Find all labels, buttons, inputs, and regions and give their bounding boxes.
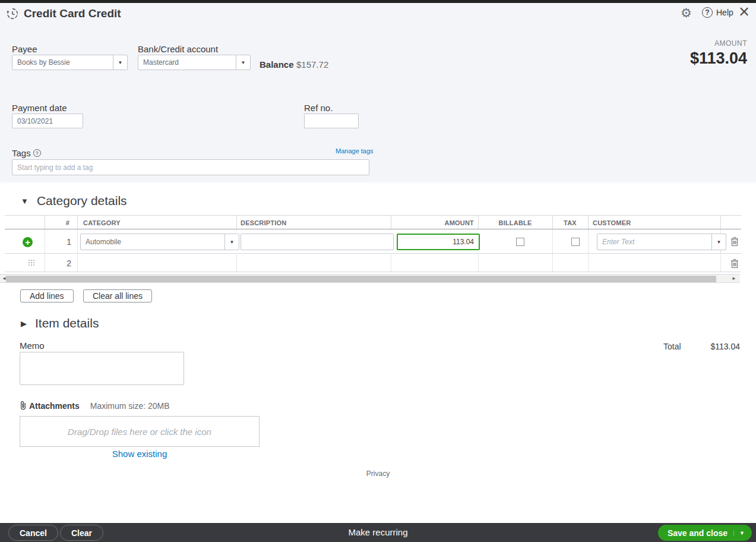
balance-row: Balance $157.72 bbox=[260, 59, 328, 70]
payee-label: Payee bbox=[12, 44, 37, 54]
category-details-toggle[interactable]: ▼ Category details bbox=[21, 194, 127, 208]
customer-combo: ▼ bbox=[597, 234, 726, 250]
delete-row-icon[interactable] bbox=[730, 237, 739, 247]
category-combo: ▼ bbox=[80, 234, 239, 250]
save-and-close-button[interactable]: Save and close ▼ bbox=[658, 525, 752, 541]
help-button[interactable]: ? Help bbox=[702, 7, 733, 18]
attachments-header: Attachments Maximum size: 20MB bbox=[20, 401, 170, 411]
attachments-dropzone[interactable]: Drag/Drop files here or click the icon bbox=[20, 416, 260, 447]
delete-row-icon[interactable] bbox=[730, 259, 739, 269]
show-existing-link[interactable]: Show existing bbox=[20, 449, 260, 459]
tags-input[interactable] bbox=[12, 159, 369, 175]
billable-checkbox[interactable] bbox=[516, 238, 524, 246]
bank-account-combo: ▼ bbox=[138, 55, 251, 70]
footer-bar: Cancel Clear Make recurring Save and clo… bbox=[0, 523, 756, 542]
close-icon[interactable]: × bbox=[739, 1, 749, 23]
drag-handle-icon[interactable] bbox=[29, 260, 36, 267]
paperclip-icon bbox=[20, 401, 27, 411]
category-details-title: Category details bbox=[37, 194, 127, 208]
table-header: # CATEGORY DESCRIPTION AMOUNT BILLABLE T… bbox=[5, 215, 741, 229]
amount-cell bbox=[397, 234, 480, 250]
table-row: + 1 ▼ ▼ bbox=[5, 230, 741, 254]
ref-no-label: Ref no. bbox=[304, 103, 333, 113]
privacy-link[interactable]: Privacy bbox=[0, 469, 756, 478]
row-number: 2 bbox=[45, 259, 71, 268]
total-value: $113.04 bbox=[669, 342, 740, 351]
tax-checkbox[interactable] bbox=[571, 238, 580, 246]
row-number: 1 bbox=[45, 237, 71, 247]
make-recurring-button[interactable]: Make recurring bbox=[0, 527, 756, 537]
tags-label: Tags bbox=[12, 148, 31, 158]
help-label: Help bbox=[716, 8, 733, 17]
clear-all-lines-button[interactable]: Clear all lines bbox=[83, 289, 152, 302]
col-header-num: # bbox=[45, 216, 74, 230]
col-header-description: DESCRIPTION bbox=[241, 216, 389, 230]
ref-no-input[interactable] bbox=[304, 114, 359, 128]
customer-input[interactable] bbox=[597, 234, 711, 250]
manage-tags-link[interactable]: Manage tags bbox=[336, 147, 374, 155]
add-lines-button[interactable]: Add lines bbox=[20, 289, 74, 302]
form-top-panel bbox=[0, 3, 756, 182]
payment-date-input[interactable] bbox=[12, 114, 83, 128]
category-input[interactable] bbox=[81, 234, 224, 250]
history-clock-icon bbox=[6, 7, 19, 20]
table-row: 2 bbox=[5, 254, 741, 272]
item-details-toggle[interactable]: ▶ Item details bbox=[21, 316, 99, 330]
page-title: Credit Card Credit bbox=[24, 7, 121, 20]
attachments-label: Attachments bbox=[29, 401, 80, 411]
gear-icon[interactable]: ⚙ bbox=[681, 6, 692, 20]
bank-account-label: Bank/Credit account bbox=[138, 44, 218, 54]
bank-account-input[interactable] bbox=[138, 55, 236, 70]
tags-label-row: Tags ? bbox=[12, 148, 41, 158]
scrollbar-thumb[interactable] bbox=[6, 276, 716, 282]
balance-label: Balance bbox=[260, 59, 294, 70]
help-question-icon: ? bbox=[702, 7, 713, 18]
save-options-dropdown-icon[interactable]: ▼ bbox=[733, 530, 745, 536]
category-dropdown-icon[interactable]: ▼ bbox=[224, 234, 239, 250]
save-and-close-label: Save and close bbox=[668, 528, 727, 538]
amount-value: $113.04 bbox=[593, 49, 747, 68]
customer-dropdown-icon[interactable]: ▼ bbox=[711, 234, 726, 250]
balance-value: $157.72 bbox=[296, 59, 328, 70]
scroll-right-icon[interactable]: ► bbox=[732, 276, 736, 281]
table-horizontal-scrollbar[interactable]: ◄ ► bbox=[0, 274, 740, 283]
item-details-title: Item details bbox=[35, 316, 99, 330]
bank-account-dropdown-icon[interactable]: ▼ bbox=[236, 55, 250, 70]
memo-textarea[interactable] bbox=[20, 352, 184, 385]
description-input[interactable] bbox=[241, 234, 394, 250]
payee-combo: ▼ bbox=[12, 55, 128, 70]
collapse-closed-icon: ▶ bbox=[21, 319, 27, 328]
col-header-category: CATEGORY bbox=[83, 216, 232, 230]
col-header-tax: TAX bbox=[552, 216, 588, 230]
payee-input[interactable] bbox=[12, 55, 113, 70]
tags-help-icon[interactable]: ? bbox=[33, 149, 41, 157]
payee-dropdown-icon[interactable]: ▼ bbox=[113, 55, 127, 70]
attachments-max-size: Maximum size: 20MB bbox=[90, 401, 170, 411]
amount-input[interactable] bbox=[397, 234, 480, 250]
memo-label: Memo bbox=[20, 341, 45, 351]
collapse-open-icon: ▼ bbox=[21, 197, 29, 206]
col-header-amount: AMOUNT bbox=[391, 216, 474, 230]
dropzone-text: Drag/Drop files here or click the icon bbox=[68, 427, 211, 437]
col-header-customer: CUSTOMER bbox=[593, 216, 711, 230]
col-header-billable: BILLABLE bbox=[478, 216, 552, 230]
payment-date-label: Payment date bbox=[12, 103, 67, 113]
add-row-icon[interactable]: + bbox=[23, 237, 33, 247]
amount-label: AMOUNT bbox=[628, 39, 747, 48]
credit-card-credit-window: Credit Card Credit ⚙ ? Help × Payee ▼ Ba… bbox=[0, 0, 756, 542]
